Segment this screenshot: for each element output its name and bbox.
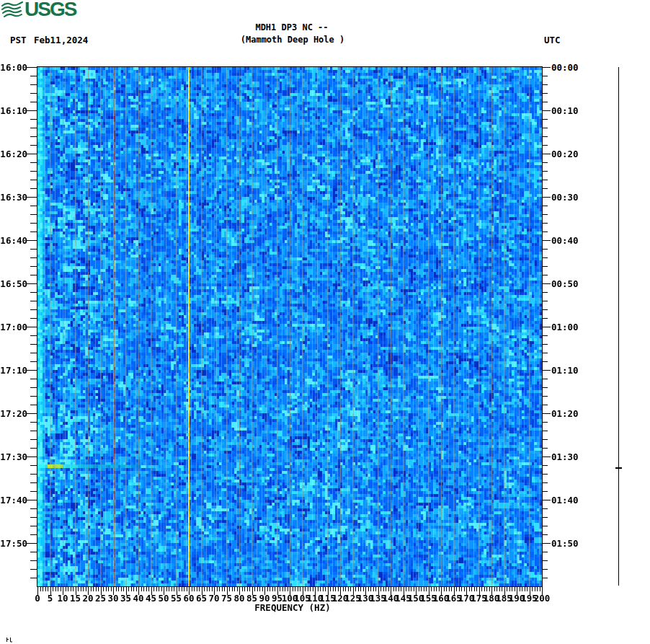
right-axis-tick (542, 353, 548, 353)
x-axis-tick (363, 586, 364, 591)
x-axis-tick (234, 586, 235, 591)
left-axis-tick-label: 17:50 (0, 538, 27, 549)
x-axis-tick (527, 586, 527, 591)
left-axis-tick (26, 240, 37, 241)
x-axis-tick (368, 586, 369, 591)
left-axis-tick-label: 16:30 (0, 192, 27, 203)
x-axis-tick (409, 586, 409, 591)
x-axis-tick (182, 586, 182, 591)
x-axis-tick (393, 586, 394, 591)
right-axis-tick-label: 00:40 (551, 235, 579, 246)
x-axis-tick (476, 586, 477, 591)
x-axis-tick (520, 586, 520, 591)
x-axis-tick (174, 586, 174, 591)
left-axis-tick (30, 206, 37, 206)
right-axis-tick (542, 283, 551, 284)
x-axis-tick (166, 586, 167, 591)
right-axis-tick-label: 00:30 (551, 192, 579, 203)
x-axis-tick (275, 586, 275, 591)
right-axis-tick-label: 01:20 (551, 408, 579, 419)
left-axis-tick (30, 534, 37, 535)
x-axis-tick (123, 586, 124, 591)
x-axis-tick (282, 586, 283, 591)
left-axis-tick (30, 526, 37, 526)
x-axis-tick (204, 586, 205, 591)
right-axis-tick (542, 552, 548, 552)
x-axis-tick (224, 586, 225, 591)
left-axis-tick-label: 16:20 (0, 149, 27, 159)
x-axis-tick (540, 586, 540, 591)
right-axis-tick (542, 171, 548, 172)
left-axis-tick-label: 16:40 (0, 235, 27, 246)
x-axis-tick (96, 586, 97, 591)
station-title: MDH1 DP3 NC -- (255, 22, 328, 32)
left-axis-tick (30, 275, 37, 275)
x-axis-tick-label: 50 (158, 593, 169, 604)
x-axis-tick (486, 586, 487, 591)
x-axis-tick (507, 586, 507, 591)
left-axis-tick (26, 456, 37, 457)
timezone-right-label: UTC (544, 35, 561, 45)
x-axis-tick-label: 200 (534, 593, 551, 604)
x-axis-tick (426, 586, 427, 591)
x-axis-tick (444, 586, 445, 591)
x-axis-tick (509, 586, 510, 591)
x-axis-tick (338, 586, 339, 591)
right-axis-tick (542, 76, 548, 76)
x-axis-tick-label: 25 (95, 593, 106, 604)
usgs-logo: USGS (1, 1, 76, 22)
x-axis-tick (396, 586, 396, 591)
right-axis-tick (542, 569, 548, 570)
x-axis-tick-label: 0 (35, 593, 40, 604)
left-axis-tick-label: 17:20 (0, 408, 27, 419)
x-axis-tick (310, 586, 311, 591)
x-axis-tick (222, 586, 223, 591)
x-axis-tick (106, 586, 107, 591)
x-axis-tick (143, 586, 144, 591)
usgs-logo-text: USGS (25, 1, 76, 17)
x-axis-tick (172, 586, 172, 591)
right-axis-tick (542, 257, 548, 258)
x-axis-tick (242, 586, 243, 591)
x-axis-tick (262, 586, 263, 591)
right-axis-tick-label: 01:00 (551, 322, 579, 332)
left-axis-tick (30, 439, 37, 440)
right-axis-tick (542, 188, 548, 189)
left-axis-tick-label: 16:00 (0, 62, 27, 73)
x-axis-tick (305, 586, 306, 591)
x-axis-tick (451, 586, 452, 591)
right-axis-tick (542, 309, 548, 310)
left-axis-tick (26, 67, 37, 68)
x-axis-tick (484, 586, 485, 591)
x-axis-tick (522, 586, 522, 591)
right-axis-tick (542, 560, 548, 561)
left-axis-tick (30, 171, 37, 172)
x-axis-tick (98, 586, 99, 591)
right-axis-tick (542, 370, 551, 371)
left-axis-tick-label: 17:30 (0, 451, 27, 462)
right-axis-tick-label: 00:00 (551, 62, 579, 73)
usgs-spectrogram-page: USGS PST Feb11,2024 MDH1 DP3 NC -- (Mamm… (0, 0, 650, 644)
left-axis-tick (30, 145, 37, 146)
x-axis-tick (45, 586, 46, 591)
x-axis-tick (232, 586, 233, 591)
right-axis-tick (542, 93, 548, 94)
x-axis-tick-label: 65 (196, 593, 207, 604)
x-axis-tick (83, 586, 84, 591)
x-axis-tick (293, 586, 293, 591)
x-axis-tick (386, 586, 386, 591)
left-axis-tick (30, 474, 37, 475)
x-axis-tick (497, 586, 497, 591)
x-axis-tick (192, 586, 192, 591)
x-axis-tick-label: 20 (82, 593, 93, 604)
x-axis-tick (489, 586, 490, 591)
left-axis-tick-label: 17:10 (0, 365, 27, 376)
x-axis-tick (525, 586, 525, 591)
x-axis-tick (380, 586, 381, 591)
left-axis-tick (30, 578, 37, 578)
left-axis-tick (30, 84, 37, 85)
x-axis-tick (121, 586, 122, 591)
x-axis-tick (375, 586, 376, 591)
right-axis-tick (542, 439, 548, 440)
x-axis-tick (330, 586, 331, 591)
